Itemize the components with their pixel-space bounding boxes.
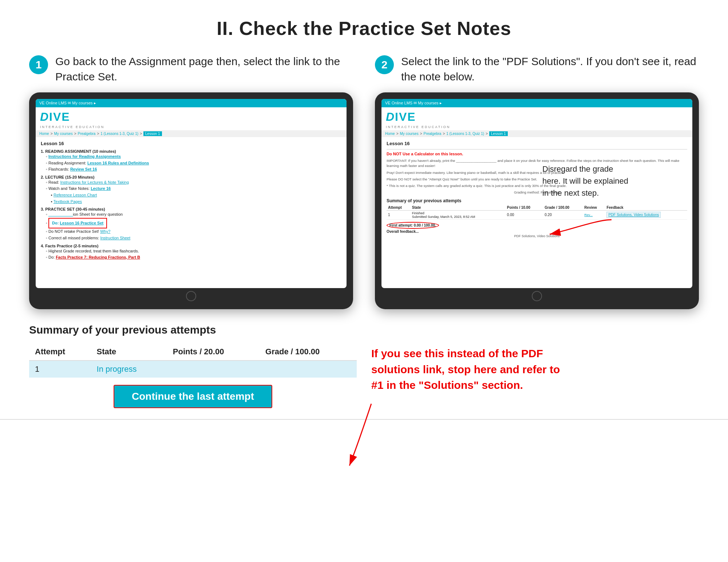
col-points: Points / 20.00 bbox=[167, 343, 260, 360]
tablet-2-screen: VE Online LMS ✉ My courses ▸ DIVE INTERA… bbox=[381, 99, 692, 288]
step-2: 2 Select the link to the "PDF Solutions"… bbox=[375, 54, 699, 309]
bottom-section: Summary of your previous attempts Attemp… bbox=[0, 324, 728, 408]
bottom-summary-table: Attempt State Points / 20.00 Grade / 100… bbox=[29, 343, 357, 378]
bottom-right: If you see this instead of the PDF solut… bbox=[371, 324, 699, 393]
tablet-1-home-button bbox=[186, 291, 196, 301]
bottom-summary-title: Summary of your previous attempts bbox=[29, 324, 357, 336]
red-note: If you see this instead of the PDF solut… bbox=[371, 346, 561, 393]
tablet-2-important: IMPORTANT: If you haven't already, print… bbox=[387, 158, 687, 169]
row-grade bbox=[260, 360, 357, 378]
tablet-2-first-attempt: First attempt: 0.00 / 100.00. bbox=[387, 222, 687, 229]
step-2-number: 2 bbox=[375, 55, 394, 74]
tablet-2-overall: Overall feedback... bbox=[387, 230, 687, 234]
tablet-2-summary-title: Summary of your previous attempts bbox=[387, 198, 687, 203]
tablet-2-bar: VE Online LMS ✉ My courses ▸ bbox=[381, 99, 692, 107]
tablet-1-screen: VE Online LMS ✉ My courses ▸ DIVE INTERA… bbox=[36, 99, 347, 288]
practice-set-highlight: Do: Lesson 16 Practice Set bbox=[48, 218, 107, 229]
tablet-2-logo: DIVE bbox=[386, 110, 416, 124]
tablet-2-grading: Grading method: First attempt bbox=[387, 190, 687, 195]
col-grade: Grade / 100.00 bbox=[260, 343, 357, 360]
tablet-2-table-row: 1 FinishedSubmitted Sunday, March 5, 202… bbox=[387, 210, 687, 219]
tablet-2-warning: Do NOT Use a Calculator on this lesson. bbox=[387, 152, 687, 156]
tablet-1-subtitle: INTERACTIVE EDUCATION bbox=[36, 125, 347, 130]
tablet-2-table: Attempt State Points / 10.00 Grade / 100… bbox=[387, 205, 687, 220]
step-1-header: 1 Go back to the Assignment page then, s… bbox=[29, 54, 353, 84]
tablet-2-breadcrumb: Home > My courses > Prealgebra > 1 (Less… bbox=[381, 130, 692, 137]
col-state: State bbox=[91, 343, 167, 360]
tablet-2-content: Lesson 16 Do NOT Use a Calculator on thi… bbox=[381, 137, 692, 242]
tablet-2-asterisk: * This is not a quiz. The system calls a… bbox=[387, 183, 687, 188]
tablet-1-lecture-section: 2. LECTURE (15-20 Minutes) ◦ Read: Instr… bbox=[41, 175, 341, 205]
tablet-2-pray: Pray! Don't expect immediate mastery. Li… bbox=[387, 170, 687, 175]
tablet-2-subtitle: INTERACTIVE EDUCATION bbox=[381, 125, 692, 130]
tablet-2: VE Online LMS ✉ My courses ▸ DIVE INTERA… bbox=[375, 92, 699, 309]
tablet-1-practice-section: 3. PRACTICE SET (30-45 minutes) ◦ ______… bbox=[41, 207, 341, 241]
tablet-2-home-button bbox=[532, 291, 542, 301]
circle-annotation: First attempt: 0.00 / 100.00. bbox=[387, 222, 439, 229]
step-1-text: Go back to the Assignment page then, sel… bbox=[55, 54, 353, 84]
tablet-1-breadcrumb: Home > My courses > Prealgebra > 1 (Less… bbox=[36, 130, 347, 137]
col-attempt: Attempt bbox=[29, 343, 91, 360]
tablet-2-bar-text: VE Online LMS ✉ My courses ▸ bbox=[385, 101, 442, 105]
bottom-divider bbox=[0, 419, 728, 420]
tablet-1-content: Lesson 16 1. READING ASSIGNMENT (10 minu… bbox=[36, 137, 347, 267]
tablet-2-lesson-title: Lesson 16 bbox=[387, 141, 687, 146]
step-2-header: 2 Select the link to the "PDF Solutions"… bbox=[375, 54, 699, 84]
tablet-2-please: Please DO NOT select the "Attempt Quiz N… bbox=[387, 177, 687, 182]
row-points bbox=[167, 360, 260, 378]
step-1-number: 1 bbox=[29, 55, 48, 74]
tablet-1-home-row bbox=[36, 288, 347, 303]
bottom-table-row: 1 In progress bbox=[29, 360, 357, 378]
tablet-1-facts-section: 4. Facts Practice (2-5 minutes) ◦ Highes… bbox=[41, 244, 341, 261]
bottom-left: Summary of your previous attempts Attemp… bbox=[29, 324, 357, 408]
continue-button[interactable]: Continue the last attempt bbox=[114, 385, 272, 408]
tablet-2-bottom-links: PDF Solutions, Video Solutions bbox=[387, 234, 687, 238]
tablet-1-reading-section: 1. READING ASSIGNMENT (10 minutes) ◦ Ins… bbox=[41, 149, 341, 173]
disregard-annotation: Disregard the grade here. It will be exp… bbox=[542, 163, 630, 199]
row-attempt: 1 bbox=[29, 360, 91, 378]
steps-row: 1 Go back to the Assignment page then, s… bbox=[0, 54, 728, 309]
continue-btn-row: Continue the last attempt bbox=[29, 385, 357, 408]
tablet-1-bar: VE Online LMS ✉ My courses ▸ bbox=[36, 99, 347, 107]
page-title: II. Check the Practice Set Notes bbox=[0, 17, 728, 39]
tablet-2-home-row bbox=[381, 288, 692, 303]
tablet-1-bar-text: VE Online LMS ✉ My courses ▸ bbox=[39, 101, 96, 105]
step-2-text: Select the link to the "PDF Solutions". … bbox=[401, 54, 699, 84]
step-1: 1 Go back to the Assignment page then, s… bbox=[29, 54, 353, 309]
row-state: In progress bbox=[91, 360, 167, 378]
tablet-1-logo: DIVE bbox=[40, 110, 70, 124]
tablet-1: VE Online LMS ✉ My courses ▸ DIVE INTERA… bbox=[29, 92, 353, 309]
tablet-1-lesson-title: Lesson 16 bbox=[41, 141, 341, 146]
summary-table-header-row: Attempt State Points / 20.00 Grade / 100… bbox=[29, 343, 357, 360]
